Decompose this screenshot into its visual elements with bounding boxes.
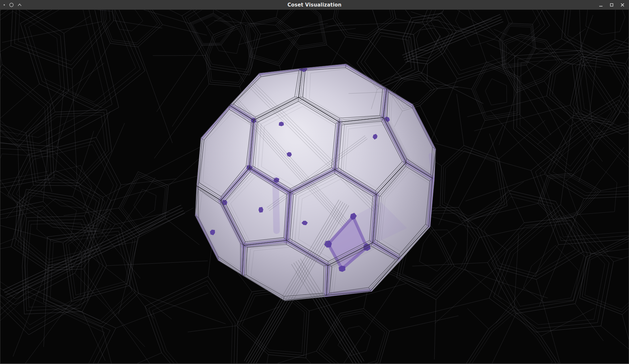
close-button[interactable] xyxy=(619,2,626,8)
minimize-icon xyxy=(599,3,603,7)
minimize-button[interactable] xyxy=(598,2,604,8)
titlebar[interactable]: Coset Visualization xyxy=(0,0,629,10)
window-title: Coset Visualization xyxy=(0,2,629,8)
titlebar-left-icons xyxy=(3,0,22,10)
scene-canvas[interactable] xyxy=(0,10,629,364)
viewport-3d xyxy=(0,10,629,364)
close-icon xyxy=(620,3,625,7)
maximize-button[interactable] xyxy=(608,2,615,8)
record-circle-icon[interactable] xyxy=(9,2,14,8)
menu-dot-icon xyxy=(3,3,6,7)
maximize-icon xyxy=(609,3,614,7)
window-controls xyxy=(598,0,626,10)
chevron-up-icon[interactable] xyxy=(17,2,22,8)
app-window: Coset Visualization xyxy=(0,0,629,364)
